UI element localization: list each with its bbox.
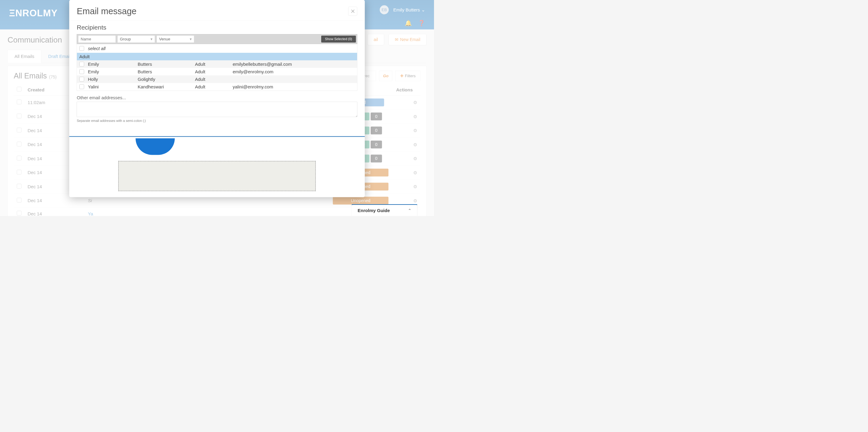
partial-label: ail bbox=[374, 37, 378, 42]
gear-icon[interactable]: ⚙ bbox=[413, 156, 417, 161]
image-fragment bbox=[136, 138, 175, 155]
gear-icon[interactable]: ⚙ bbox=[413, 198, 417, 203]
recipient-role: Adult bbox=[195, 76, 233, 82]
close-button[interactable]: ✕ bbox=[348, 7, 358, 16]
page-actions: ail ✉ New Email bbox=[368, 34, 427, 45]
modal-header: Email message ✕ bbox=[69, 0, 365, 21]
other-addresses-hint: Separate email addresses with a semi-col… bbox=[77, 119, 358, 123]
recipient-row[interactable]: Holly Golightly Adult bbox=[77, 75, 357, 83]
gear-icon[interactable]: ⚙ bbox=[413, 142, 417, 147]
guide-tab[interactable]: Enrolmy Guide ⌃ bbox=[351, 204, 417, 216]
show-selected-button[interactable]: Show Selected (0) bbox=[321, 36, 356, 42]
col-checkbox bbox=[14, 84, 25, 96]
venue-select[interactable]: Venue ▾ bbox=[157, 36, 194, 43]
envelope-icon: ✉ bbox=[395, 37, 398, 42]
section-count: (75) bbox=[49, 74, 57, 79]
editor-area bbox=[69, 137, 365, 197]
col-actions: Actions bbox=[393, 84, 421, 96]
gear-icon[interactable]: ⚙ bbox=[413, 184, 417, 189]
row-checkbox[interactable] bbox=[17, 142, 22, 146]
group-label: Group bbox=[120, 37, 131, 42]
gear-icon[interactable]: ⚙ bbox=[413, 114, 417, 119]
recipient-role: Adult bbox=[195, 62, 233, 67]
select-all-label: select all bbox=[88, 46, 105, 51]
gear-icon[interactable]: ⚙ bbox=[413, 170, 417, 175]
count-badge: 0 bbox=[371, 113, 382, 120]
recipient-email: emilybellebutters@gmail.com bbox=[233, 62, 355, 67]
count-badge: 0 bbox=[371, 155, 382, 163]
group-select[interactable]: Group ▾ bbox=[117, 36, 155, 43]
recipient-checkbox[interactable] bbox=[79, 69, 84, 74]
header-user-area: EB Emily Butters ⌄ bbox=[380, 5, 425, 14]
row-checkbox[interactable] bbox=[17, 184, 22, 189]
filters-button[interactable]: ✚ Filters bbox=[395, 70, 420, 81]
chevron-down-icon: ⌄ bbox=[421, 7, 425, 12]
page-title: Communication bbox=[7, 35, 62, 44]
go-button[interactable]: Go bbox=[379, 70, 392, 81]
cell-created: Dec 14 bbox=[25, 208, 85, 216]
chevron-down-icon: ▾ bbox=[190, 37, 192, 42]
count-badge: 0 bbox=[371, 141, 382, 148]
row-checkbox[interactable] bbox=[17, 128, 22, 132]
guide-label: Enrolmy Guide bbox=[358, 208, 390, 213]
recipient-checkbox[interactable] bbox=[79, 62, 84, 67]
other-addresses-input[interactable] bbox=[77, 102, 358, 117]
recipient-filter-bar: Group ▾ Venue ▾ Show Selected (0) bbox=[77, 34, 358, 44]
recipient-row[interactable]: Emily Butters Adult emilybellebutters@gm… bbox=[77, 60, 357, 68]
help-icon[interactable]: ❓ bbox=[418, 20, 425, 26]
row-checkbox[interactable] bbox=[17, 211, 22, 216]
partial-email-button[interactable]: ail bbox=[368, 34, 384, 45]
recipient-first-name: Emily bbox=[88, 62, 138, 67]
header-icons: 🔔 ❓ bbox=[405, 20, 425, 26]
recipient-last-name: Butters bbox=[138, 69, 195, 74]
row-checkbox[interactable] bbox=[17, 156, 22, 160]
chevron-up-icon: ⌃ bbox=[408, 208, 411, 213]
other-addresses-label: Other email addresses... bbox=[77, 95, 358, 100]
count-badge: 0 bbox=[371, 127, 382, 134]
recipient-email: yalini@enrolmy.com bbox=[233, 84, 355, 89]
row-checkbox[interactable] bbox=[17, 114, 22, 118]
bell-icon[interactable]: 🔔 bbox=[405, 20, 412, 26]
plus-icon: ✚ bbox=[400, 73, 404, 79]
recipient-first-name: Holly bbox=[88, 76, 138, 82]
section-title-text: All Emails bbox=[14, 71, 47, 80]
section-title: All Emails (75) bbox=[14, 71, 57, 80]
row-checkbox[interactable] bbox=[17, 99, 22, 104]
modal-title: Email message bbox=[77, 6, 136, 16]
user-name-dropdown[interactable]: Emily Butters ⌄ bbox=[393, 7, 425, 13]
gear-icon[interactable]: ⚙ bbox=[413, 100, 417, 105]
recipient-first-name: Emily bbox=[88, 69, 138, 74]
new-email-button[interactable]: ✉ New Email bbox=[389, 34, 427, 45]
email-modal: Email message ✕ Recipients Group ▾ Venue… bbox=[69, 0, 365, 197]
chevron-down-icon: ▾ bbox=[151, 37, 153, 42]
user-name-label: Emily Butters bbox=[393, 7, 420, 12]
name-filter-input[interactable] bbox=[78, 36, 116, 43]
select-all-row[interactable]: select all bbox=[77, 44, 357, 53]
filters-label: Filters bbox=[405, 73, 415, 79]
content-placeholder[interactable] bbox=[118, 161, 316, 191]
recipient-row[interactable]: Yalini Kandheswari Adult yalini@enrolmy.… bbox=[77, 83, 357, 91]
recipient-checkbox[interactable] bbox=[79, 85, 84, 89]
recipients-heading: Recipients bbox=[77, 24, 358, 31]
modal-body: Recipients Group ▾ Venue ▾ Show Selected… bbox=[69, 21, 365, 129]
recipient-role: Adult bbox=[195, 84, 233, 89]
new-email-label: New Email bbox=[400, 37, 421, 42]
status-badge: Unopened bbox=[333, 197, 389, 205]
recipient-email: emily@enrolmy.com bbox=[233, 69, 355, 74]
close-icon: ✕ bbox=[350, 8, 355, 14]
tab-all-emails[interactable]: All Emails bbox=[7, 50, 41, 63]
recipient-group-header: Adult bbox=[77, 53, 357, 60]
cell-recipient[interactable]: Ya bbox=[85, 208, 330, 216]
avatar[interactable]: EB bbox=[380, 5, 389, 14]
recipient-role: Adult bbox=[195, 69, 233, 74]
select-all-checkbox[interactable] bbox=[79, 46, 84, 51]
venue-label: Venue bbox=[159, 37, 170, 42]
select-all-checkbox[interactable] bbox=[17, 87, 22, 92]
recipient-checkbox[interactable] bbox=[79, 77, 84, 82]
logo: ΞNROLMY bbox=[9, 7, 58, 19]
row-checkbox[interactable] bbox=[17, 169, 22, 174]
recipient-row[interactable]: Emily Butters Adult emily@enrolmy.com bbox=[77, 68, 357, 75]
recipient-last-name: Golightly bbox=[138, 76, 195, 82]
gear-icon[interactable]: ⚙ bbox=[413, 128, 417, 133]
row-checkbox[interactable] bbox=[17, 197, 22, 203]
